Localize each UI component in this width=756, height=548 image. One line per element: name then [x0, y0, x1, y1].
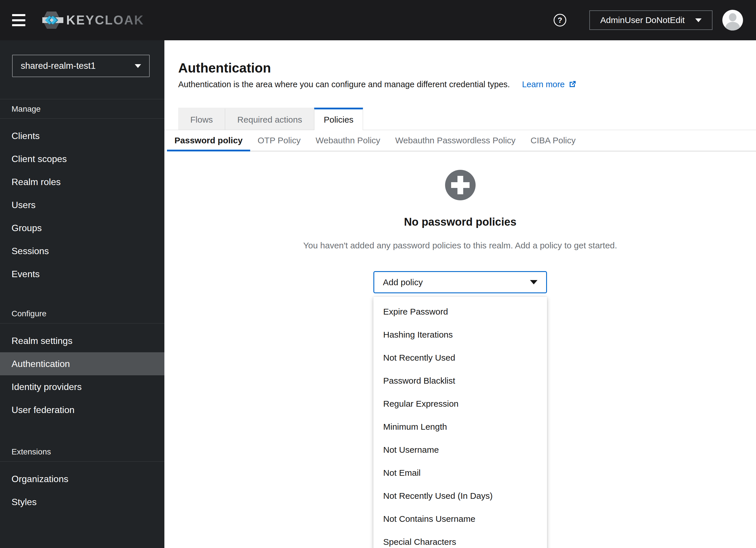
avatar-body — [725, 22, 740, 31]
tab-policies[interactable]: Policies — [314, 108, 363, 130]
caret-down-icon — [695, 18, 702, 22]
empty-state-title: No password policies — [404, 215, 516, 229]
nav-section-configure: Configure — [0, 304, 164, 324]
avatar-head — [729, 13, 736, 21]
realm-selector-dropdown[interactable]: shared-realm-test1 — [12, 55, 150, 77]
external-link-icon — [568, 80, 577, 89]
menu-item-hashing-iterations[interactable]: Hashing Iterations — [373, 323, 547, 346]
sidebar-item-clients[interactable]: Clients — [0, 124, 164, 147]
masthead: KEYCLOAK ? AdminUser DoNotEdit — [0, 0, 756, 40]
menu-item-minimum-length[interactable]: Minimum Length — [373, 415, 547, 438]
sidebar-item-realm-roles[interactable]: Realm roles — [0, 170, 164, 193]
policy-subtabs: Password policy OTP Policy Webauthn Poli… — [167, 130, 756, 151]
nav-section-extensions: Extensions — [0, 442, 164, 462]
nav-menu-toggle-button[interactable] — [12, 14, 25, 27]
keycloak-brand[interactable]: KEYCLOAK — [42, 11, 144, 29]
sidebar-item-user-federation[interactable]: User federation — [0, 398, 164, 421]
add-policy-dropdown[interactable]: Add policy — [373, 271, 547, 293]
bars-icon — [12, 14, 25, 16]
help-icon[interactable]: ? — [554, 14, 566, 26]
sidebar-item-sessions[interactable]: Sessions — [0, 239, 164, 262]
nav-list-configure: Realm settings Authentication Identity p… — [0, 324, 164, 421]
sidebar-item-styles[interactable]: Styles — [0, 490, 164, 513]
plus-icon-bar — [457, 176, 463, 194]
menu-item-special-characters[interactable]: Special Characters — [373, 530, 547, 548]
caret-down-icon — [135, 64, 141, 68]
user-menu-label: AdminUser DoNotEdit — [600, 15, 685, 25]
subtab-webauthn-policy[interactable]: Webauthn Policy — [308, 130, 388, 151]
sidebar-item-events[interactable]: Events — [0, 262, 164, 286]
brand-text: KEYCLOAK — [66, 13, 144, 27]
subtab-webauthn-passwordless-policy[interactable]: Webauthn Passwordless Policy — [388, 130, 523, 151]
bars-icon — [12, 24, 25, 26]
caret-down-icon — [530, 280, 537, 284]
realm-name: shared-realm-test1 — [21, 61, 96, 71]
auth-tabs: Flows Required actions Policies — [164, 108, 756, 130]
sidebar-item-identity-providers[interactable]: Identity providers — [0, 375, 164, 398]
empty-state: No password policies You haven't added a… — [178, 170, 742, 548]
add-policy-label: Add policy — [383, 277, 423, 287]
keycloak-admin-console: KEYCLOAK ? AdminUser DoNotEdit shared-re… — [0, 0, 756, 548]
sidebar-item-realm-settings[interactable]: Realm settings — [0, 329, 164, 352]
sidebar-item-authentication[interactable]: Authentication — [0, 352, 164, 375]
bars-icon — [12, 19, 25, 21]
menu-item-expire-password[interactable]: Expire Password — [373, 300, 547, 323]
tab-flows[interactable]: Flows — [178, 108, 225, 130]
menu-item-regular-expression[interactable]: Regular Expression — [373, 392, 547, 415]
avatar — [722, 10, 743, 31]
learn-more-label: Learn more — [522, 79, 565, 90]
learn-more-link[interactable]: Learn more — [522, 79, 577, 90]
add-policy-menu: Expire Password Hashing Iterations Not R… — [373, 297, 547, 548]
menu-item-not-contains-username[interactable]: Not Contains Username — [373, 507, 547, 530]
menu-item-not-email[interactable]: Not Email — [373, 461, 547, 484]
subtab-ciba-policy[interactable]: CIBA Policy — [523, 130, 583, 151]
sidebar-item-client-scopes[interactable]: Client scopes — [0, 147, 164, 170]
empty-state-description: You haven't added any password policies … — [303, 240, 617, 251]
menu-item-not-username[interactable]: Not Username — [373, 438, 547, 461]
masthead-toolbar: ? AdminUser DoNotEdit — [554, 10, 756, 31]
user-menu-dropdown[interactable]: AdminUser DoNotEdit — [589, 10, 713, 30]
keycloak-logo-icon — [42, 11, 63, 29]
main-content: Authentication Authentication is the are… — [164, 40, 756, 548]
nav-list-extensions: Organizations Styles — [0, 462, 164, 513]
nav-section-manage: Manage — [0, 99, 164, 119]
page-title: Authentication — [178, 60, 742, 76]
menu-item-password-blacklist[interactable]: Password Blacklist — [373, 369, 547, 392]
sidebar: shared-realm-test1 Manage Clients Client… — [0, 40, 164, 548]
menu-item-not-recently-used[interactable]: Not Recently Used — [373, 346, 547, 369]
page-description: Authentication is the area where you can… — [178, 79, 510, 90]
plus-circle-icon — [445, 170, 476, 200]
subtab-password-policy[interactable]: Password policy — [167, 130, 250, 151]
sidebar-item-groups[interactable]: Groups — [0, 216, 164, 239]
sidebar-item-users[interactable]: Users — [0, 193, 164, 216]
tab-required-actions[interactable]: Required actions — [225, 108, 314, 130]
sidebar-item-organizations[interactable]: Organizations — [0, 467, 164, 490]
page-description-row: Authentication is the area where you can… — [178, 79, 742, 90]
menu-item-not-recently-used-in-days[interactable]: Not Recently Used (In Days) — [373, 484, 547, 507]
subtab-otp-policy[interactable]: OTP Policy — [250, 130, 308, 151]
nav-list-manage: Clients Client scopes Realm roles Users … — [0, 119, 164, 286]
